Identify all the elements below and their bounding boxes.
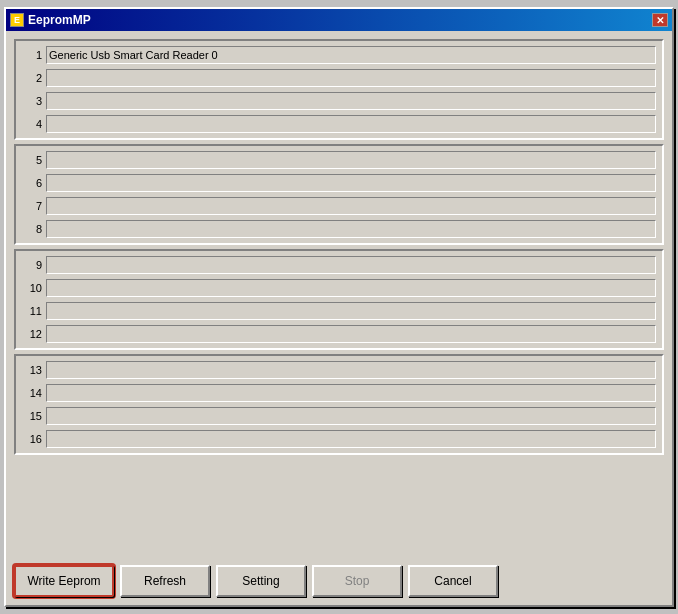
- input-row-14[interactable]: [46, 384, 656, 402]
- cancel-button[interactable]: Cancel: [408, 565, 498, 597]
- row-label-7: 7: [22, 200, 42, 212]
- table-row: 2: [22, 68, 656, 88]
- row-label-1: 1: [22, 49, 42, 61]
- row-label-5: 5: [22, 154, 42, 166]
- row-label-2: 2: [22, 72, 42, 84]
- input-row-9[interactable]: [46, 256, 656, 274]
- group-4: 13 14 15 16: [14, 354, 664, 455]
- input-row-5[interactable]: [46, 151, 656, 169]
- table-row: 15: [22, 406, 656, 426]
- table-row: 9: [22, 255, 656, 275]
- row-label-12: 12: [22, 328, 42, 340]
- table-row: 12: [22, 324, 656, 344]
- setting-button[interactable]: Setting: [216, 565, 306, 597]
- input-row-16[interactable]: [46, 430, 656, 448]
- table-row: 8: [22, 219, 656, 239]
- close-button[interactable]: ✕: [652, 13, 668, 27]
- table-row: 4: [22, 114, 656, 134]
- row-label-13: 13: [22, 364, 42, 376]
- write-eeprom-button[interactable]: Write Eeprom: [14, 565, 114, 597]
- input-row-3[interactable]: [46, 92, 656, 110]
- row-label-10: 10: [22, 282, 42, 294]
- input-row-2[interactable]: [46, 69, 656, 87]
- button-bar: Write Eeprom Refresh Setting Stop Cancel: [6, 559, 672, 605]
- row-label-15: 15: [22, 410, 42, 422]
- titlebar: E EepromMP ✕: [6, 9, 672, 31]
- main-content: 1 2 3 4 5 6: [6, 31, 672, 559]
- refresh-button[interactable]: Refresh: [120, 565, 210, 597]
- input-row-13[interactable]: [46, 361, 656, 379]
- input-row-1[interactable]: [46, 46, 656, 64]
- table-row: 10: [22, 278, 656, 298]
- group-2: 5 6 7 8: [14, 144, 664, 245]
- group-1: 1 2 3 4: [14, 39, 664, 140]
- input-row-4[interactable]: [46, 115, 656, 133]
- table-row: 3: [22, 91, 656, 111]
- row-label-3: 3: [22, 95, 42, 107]
- table-row: 11: [22, 301, 656, 321]
- row-label-14: 14: [22, 387, 42, 399]
- table-row: 7: [22, 196, 656, 216]
- input-row-12[interactable]: [46, 325, 656, 343]
- input-row-10[interactable]: [46, 279, 656, 297]
- row-label-11: 11: [22, 305, 42, 317]
- input-row-11[interactable]: [46, 302, 656, 320]
- window-title: EepromMP: [28, 13, 91, 27]
- input-row-6[interactable]: [46, 174, 656, 192]
- table-row: 16: [22, 429, 656, 449]
- app-icon: E: [10, 13, 24, 27]
- main-window: E EepromMP ✕ 1 2 3 4: [4, 7, 674, 607]
- group-3: 9 10 11 12: [14, 249, 664, 350]
- table-row: 1: [22, 45, 656, 65]
- row-label-9: 9: [22, 259, 42, 271]
- table-row: 14: [22, 383, 656, 403]
- input-row-15[interactable]: [46, 407, 656, 425]
- table-row: 13: [22, 360, 656, 380]
- table-row: 6: [22, 173, 656, 193]
- row-label-4: 4: [22, 118, 42, 130]
- row-label-8: 8: [22, 223, 42, 235]
- stop-button[interactable]: Stop: [312, 565, 402, 597]
- titlebar-left: E EepromMP: [10, 13, 91, 27]
- row-label-6: 6: [22, 177, 42, 189]
- input-row-8[interactable]: [46, 220, 656, 238]
- table-row: 5: [22, 150, 656, 170]
- input-row-7[interactable]: [46, 197, 656, 215]
- row-label-16: 16: [22, 433, 42, 445]
